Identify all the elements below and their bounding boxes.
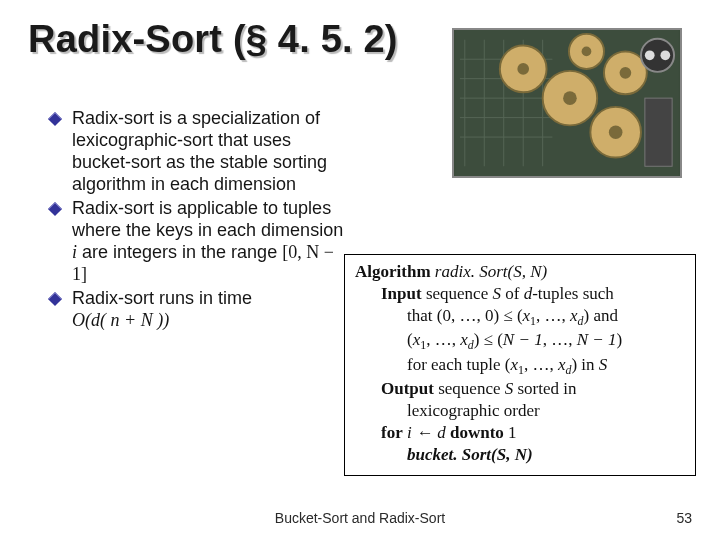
out-S: S <box>505 379 514 398</box>
kw-input: Input <box>381 284 422 303</box>
svg-point-18 <box>620 67 632 79</box>
in-and: ) and <box>584 306 618 325</box>
out-seq: sequence <box>434 379 505 398</box>
in4-for: for each tuple ( <box>407 355 510 374</box>
in4-x1: x <box>510 355 518 374</box>
algo-input4: for each tuple (x1, …, xd) in S <box>407 354 685 379</box>
footer-label: Bucket-Sort and Radix-Sort <box>0 510 720 526</box>
svg-point-23 <box>660 50 670 60</box>
algo-input: Input sequence S of d-tuples such <box>381 283 685 305</box>
bullet-2-pre: Radix-sort is applicable to tuples where… <box>72 198 343 240</box>
algorithm-box: Algorithm radix. Sort(S, N) Input sequen… <box>344 254 696 476</box>
for-one: 1 <box>508 423 517 442</box>
page-number: 53 <box>676 510 692 526</box>
out-sorted: sorted in <box>513 379 576 398</box>
kw-output: Output <box>381 379 434 398</box>
in3-N1: N − 1 <box>503 330 543 349</box>
bs-args: (S, N) <box>491 445 533 464</box>
kw-downto: downto <box>450 423 504 442</box>
gear-illustration <box>452 28 682 178</box>
in-d: d <box>524 284 533 303</box>
in3-ell2: , …, <box>543 330 577 349</box>
in-ell1: , …, <box>536 306 570 325</box>
svg-point-20 <box>609 125 623 139</box>
slide-title: Radix-Sort (§ 4. 5. 2) <box>28 18 398 61</box>
in-of: of <box>501 284 524 303</box>
svg-rect-24 <box>645 98 672 166</box>
algo-args: (S, N) <box>508 262 548 281</box>
svg-point-14 <box>563 91 577 105</box>
bs-name: bucket. Sort <box>407 445 491 464</box>
bullet-1: Radix-sort is a specialization of lexico… <box>50 108 350 196</box>
svg-point-12 <box>517 63 529 75</box>
svg-point-22 <box>645 50 655 60</box>
in4-ell: , …, <box>524 355 558 374</box>
in-x1a: x <box>523 306 531 325</box>
in3-close: ) <box>616 330 622 349</box>
in4-inS: ) in <box>571 355 598 374</box>
bullet-2-post: are integers in the range <box>77 242 282 262</box>
in3-N2: N − 1 <box>577 330 617 349</box>
in-seq: sequence <box>422 284 493 303</box>
algo-bucketsort: bucket. Sort(S, N) <box>407 444 685 466</box>
in-tuples: -tuples such <box>532 284 614 303</box>
algo-output: Output sequence S sorted in <box>381 378 685 400</box>
algo-name: radix. Sort <box>435 262 508 281</box>
in3-le: ) ≤ ( <box>474 330 503 349</box>
kw-algorithm: Algorithm <box>355 262 431 281</box>
bullet-3-time: O(d( n + N )) <box>72 310 169 330</box>
in-xda: x <box>570 306 578 325</box>
svg-point-16 <box>582 47 592 57</box>
bullet-3-text: Radix-sort runs in time <box>72 288 252 308</box>
algo-header: Algorithm radix. Sort(S, N) <box>355 261 685 283</box>
for-assign: i ← d <box>407 423 446 442</box>
kw-for: for <box>381 423 403 442</box>
algo-input2: that (0, …, 0) ≤ (x1, …, xd) and <box>407 305 685 330</box>
bullet-list: Radix-sort is a specialization of lexico… <box>50 108 350 334</box>
in-that: that (0, …, 0) ≤ ( <box>407 306 523 325</box>
algo-output2: lexicographic order <box>407 400 685 422</box>
bullet-3: Radix-sort runs in time O(d( n + N )) <box>50 288 350 332</box>
bullet-2: Radix-sort is applicable to tuples where… <box>50 198 350 286</box>
in3-xd: x <box>460 330 468 349</box>
algo-for: for i ← d downto 1 <box>381 422 685 444</box>
algo-input3: (x1, …, xd) ≤ (N − 1, …, N − 1) <box>407 329 685 354</box>
in4-S: S <box>599 355 608 374</box>
in3-ell: , …, <box>426 330 460 349</box>
in-S: S <box>492 284 501 303</box>
